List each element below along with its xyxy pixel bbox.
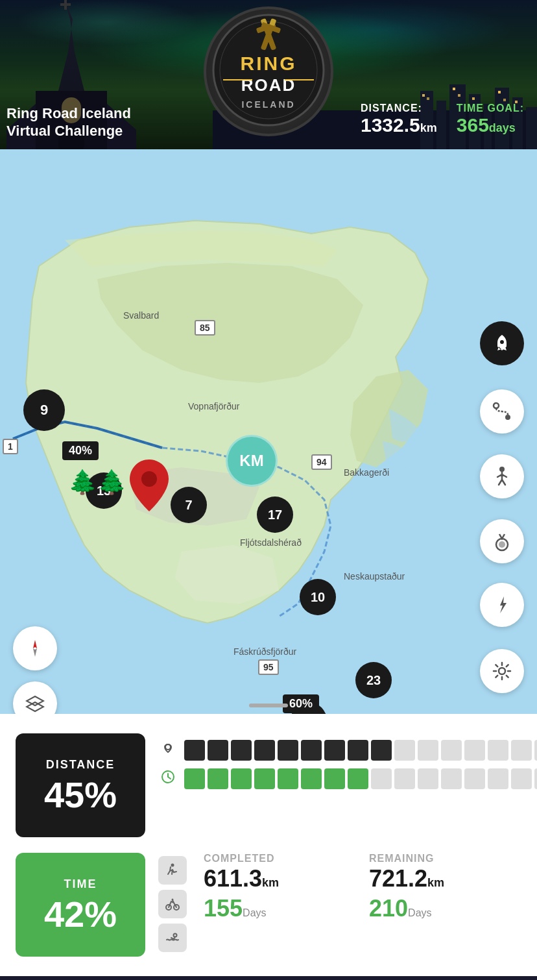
progress-block-1 (208, 768, 228, 789)
header: RING ROAD ICELAND Ring Road Iceland Virt… (0, 0, 537, 149)
progress-block-11 (441, 740, 462, 761)
progress-block-3 (254, 768, 275, 789)
marker-23: 23 (355, 662, 392, 698)
map-background (0, 149, 537, 714)
completed-distance-unit: km (262, 876, 279, 889)
remaining-days-value-row: 210Days (369, 897, 521, 920)
svg-point-57 (172, 899, 174, 901)
svg-rect-18 (427, 97, 429, 100)
distance-stats-row: DISTANCE 45% (16, 733, 521, 837)
road-badge-95: 95 (258, 659, 279, 675)
route-button[interactable] (480, 389, 524, 434)
remaining-distance-item: REMAINING 721.2km (369, 853, 521, 890)
svg-marker-47 (33, 640, 37, 648)
progress-block-2 (231, 768, 252, 789)
svg-point-41 (505, 415, 510, 420)
progress-block-14 (511, 768, 532, 789)
settings-button[interactable] (480, 649, 524, 693)
cycling-icon (158, 890, 187, 918)
user-marker: KM (226, 435, 278, 487)
boost-button[interactable] (480, 583, 524, 627)
completed-distance-value: 611.3 (204, 865, 262, 892)
svg-marker-48 (33, 648, 37, 657)
challenge-subtitle: Virtual Challenge (6, 123, 131, 140)
svg-text:ROAD: ROAD (241, 75, 296, 95)
marker-7: 7 (171, 487, 207, 523)
rocket-button[interactable] (480, 321, 524, 365)
time-value: 365 (457, 114, 489, 136)
completed-days-item: 155Days (204, 897, 356, 920)
svg-point-46 (499, 668, 505, 674)
challenge-title-block: Ring Road Iceland Virtual Challenge (6, 105, 131, 140)
time-progress-row (158, 768, 537, 789)
time-card: TIME 42% (16, 853, 145, 957)
progress-block-13 (488, 740, 508, 761)
swimming-icon (158, 924, 187, 952)
svg-rect-6 (60, 3, 71, 6)
svg-rect-22 (498, 91, 501, 93)
remaining-distance-value: 721.2 (369, 865, 427, 892)
distance-card: DISTANCE 45% (16, 733, 145, 837)
distance-unit: km (420, 121, 437, 134)
progress-block-15 (534, 768, 537, 789)
remaining-label: REMAINING (369, 853, 521, 864)
running-icon (158, 856, 187, 885)
challenge-info: DISTANCE: 1332.5km TIME GOAL: 365days (361, 103, 524, 136)
progress-block-0 (184, 740, 205, 761)
progress-block-5 (301, 768, 322, 789)
progress-block-0 (184, 768, 205, 789)
time-progress-blocks (184, 768, 537, 789)
map-container[interactable]: Svalbard Vopnafjörður Bakkagerði Neskaup… (0, 149, 537, 714)
time-label: TIME GOAL: (457, 103, 524, 114)
progress-block-15 (534, 740, 537, 761)
remaining-days-unit: Days (408, 907, 431, 918)
marker-9: 9 (23, 389, 65, 431)
medal-button[interactable] (480, 519, 524, 563)
svg-marker-49 (27, 696, 43, 705)
location-pin (130, 459, 169, 514)
progress-block-7 (348, 740, 368, 761)
progress-block-8 (371, 740, 392, 761)
svg-point-40 (494, 403, 499, 408)
challenge-title: Ring Road Iceland (6, 105, 131, 122)
road-badge-1a: 1 (3, 439, 18, 454)
completed-days-unit: Days (243, 907, 266, 918)
time-stats-row: TIME 42% (16, 853, 521, 957)
distance-card-label: DISTANCE (46, 758, 115, 772)
completed-distance-value-row: 611.3km (204, 867, 356, 890)
progress-block-14 (511, 740, 532, 761)
road-badge-94: 94 (311, 454, 332, 470)
completed-days-value-row: 155Days (204, 897, 356, 920)
activity-icons (158, 853, 191, 952)
progress-block-12 (464, 740, 485, 761)
map-handle[interactable] (249, 704, 288, 707)
progress-block-6 (324, 768, 345, 789)
remaining-distance-unit: km (427, 876, 444, 889)
hiker-button[interactable] (480, 454, 524, 498)
stats-panel: DISTANCE 45% (0, 714, 537, 976)
svg-rect-16 (526, 107, 537, 149)
distance-progress-blocks (184, 740, 537, 761)
svg-rect-21 (472, 97, 475, 100)
progress-block-2 (231, 740, 252, 761)
progress-block-10 (418, 768, 438, 789)
compass-button[interactable] (13, 626, 57, 670)
svg-point-44 (499, 541, 505, 548)
progress-block-7 (348, 768, 368, 789)
progress-block-12 (464, 768, 485, 789)
progress-block-11 (441, 768, 462, 789)
progress-block-8 (371, 768, 392, 789)
time-value-row: 365days (457, 114, 524, 136)
progress-block-6 (324, 740, 345, 761)
progress-block-10 (418, 740, 438, 761)
badge-60: 60% (283, 694, 319, 713)
svg-rect-19 (453, 88, 455, 90)
distance-value-row: 1332.5km (361, 114, 437, 136)
svg-point-39 (141, 471, 157, 487)
challenge-logo: RING ROAD ICELAND (204, 6, 333, 136)
stats-details: COMPLETED 611.3km REMAINING 721.2km 155D… (204, 853, 521, 920)
completed-days-value: 155 (204, 895, 243, 922)
clock-icon (158, 769, 178, 789)
progress-block-1 (208, 740, 228, 761)
completed-label: COMPLETED (204, 853, 356, 864)
